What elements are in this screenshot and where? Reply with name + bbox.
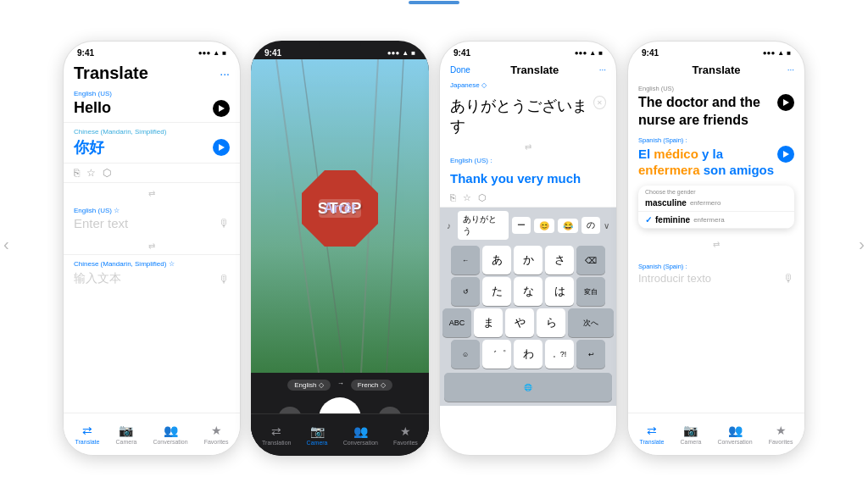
phone2-bottom-nav: ⇄ Translation 📷 Camera 👥 Conversation ★ … <box>251 413 429 456</box>
spanish-part1: El <box>638 147 654 161</box>
phone1-chinese-input[interactable]: 输入文本 🎙 <box>74 271 230 286</box>
nav-fav-label-4: Favorites <box>769 439 793 445</box>
wifi-icon: ▲ <box>213 49 220 57</box>
kb-return-key[interactable]: ↩ <box>576 340 605 369</box>
phone1-status-icons: ●●● ▲ ■ <box>198 49 226 57</box>
camera-background: STOP Arrêt <box>251 59 429 373</box>
nav-translate-label: Translate <box>75 439 100 445</box>
target-lang-pill[interactable]: French ◇ <box>351 380 392 391</box>
phone2-nav-translate[interactable]: ⇄ Translation <box>262 424 291 446</box>
kb-dakuten-key[interactable]: ゛゜ <box>482 340 511 369</box>
translate-icon-3: ⇄ <box>525 142 531 152</box>
kb-kanji-key[interactable]: 変自 <box>576 277 605 306</box>
phone4-nav-favorites[interactable]: ★ Favorites <box>769 424 793 445</box>
phone1-bottom-nav: ⇄ Translate 📷 Camera 👥 Conversation ★ Fa… <box>64 413 240 455</box>
japanese-text-content[interactable]: ありがとうございます <box>450 96 593 136</box>
phone4-source-lang: English (US) <box>628 80 804 94</box>
gender-masculine-option[interactable]: masculine enfermero <box>638 195 794 212</box>
phone1-hello-text: Hello <box>74 99 111 117</box>
kb-sa-key[interactable]: さ <box>545 246 574 274</box>
arret-overlay: Arrêt <box>302 170 378 247</box>
camera-nav-icon-4: 📷 <box>683 424 698 437</box>
phone2-nav-conversation[interactable]: 👥 Conversation <box>343 424 378 446</box>
kb-punct-key[interactable]: 。?! <box>545 340 574 369</box>
phone4-nav-camera[interactable]: 📷 Camera <box>680 424 701 445</box>
share-icon-3[interactable]: ⬡ <box>478 192 487 203</box>
mic-icon-4[interactable]: 🎙 <box>783 272 794 285</box>
kb-na-key[interactable]: な <box>514 277 542 306</box>
kb-next-key[interactable]: 次へ <box>568 308 614 337</box>
phone1-input-placeholder[interactable]: Enter text 🎙 <box>74 216 230 230</box>
kb-ma-key[interactable]: ま <box>474 308 503 337</box>
left-arrow[interactable]: ‹ <box>3 235 9 254</box>
notch <box>319 41 361 51</box>
wifi-icon-4: ▲ <box>777 49 784 57</box>
keyboard-grid: ← あ か さ ⌫ ↺ た な は 変自 ABC ま や ら <box>440 243 616 406</box>
phone1-play-button-blue[interactable] <box>213 139 230 156</box>
phone3-menu-icon[interactable]: ··· <box>599 65 606 75</box>
kb-delete-key[interactable]: ⌫ <box>576 246 605 274</box>
phone4-play-button[interactable] <box>777 94 794 111</box>
phone1-play-button[interactable] <box>213 100 230 117</box>
suggest-word-4[interactable]: 😂 <box>558 219 578 233</box>
suggest-word-2[interactable]: ー <box>512 217 531 234</box>
star-icon[interactable]: ☆ <box>86 167 96 179</box>
kb-ra-key[interactable]: ら <box>537 308 565 337</box>
copy-icon-3[interactable]: ⎘ <box>450 192 456 203</box>
camera-nav-icon-2: 📷 <box>310 424 325 438</box>
gender-feminine-option[interactable]: ✓ feminine enfermera <box>638 212 794 229</box>
phone1-input-section: English (US) ☆ Enter text 🎙 <box>64 202 240 236</box>
kb-back-key[interactable]: ← <box>451 246 480 274</box>
phone4-play-button-blue[interactable] <box>777 146 794 163</box>
chevron-down-icon[interactable]: ∨ <box>604 221 609 230</box>
suggest-word-3[interactable]: 😊 <box>534 219 554 233</box>
phone1-menu-icon[interactable]: ··· <box>220 67 230 80</box>
phones-row: 9:41 ●●● ▲ ■ Translate ··· English (US) … <box>63 41 805 456</box>
phone4-title: Translate <box>692 64 740 76</box>
right-arrow[interactable]: › <box>859 235 865 254</box>
phone4-nav-conversation[interactable]: 👥 Conversation <box>717 424 752 445</box>
translate-swap-icon[interactable]: ⇄ <box>148 189 155 198</box>
mic-icon-chinese[interactable]: 🎙 <box>219 273 230 286</box>
spanish-part3: son amigos <box>700 163 775 177</box>
phone1-target-section: Chinese (Mandarin, Simplified) 你好 <box>64 123 240 164</box>
phone1-nav-favorites[interactable]: ★ Favorites <box>204 424 229 445</box>
suggest-word-5[interactable]: の <box>581 217 600 234</box>
kb-abc-key[interactable]: ABC <box>442 308 471 337</box>
top-bar <box>0 0 868 5</box>
phone2-nav-favorites[interactable]: ★ Favorites <box>393 424 418 446</box>
kb-ha-key[interactable]: は <box>545 277 574 306</box>
phone3-target-lang: English (US) : <box>440 155 616 166</box>
battery-icon-2: ■ <box>411 49 415 57</box>
phone1-nav-camera[interactable]: 📷 Camera <box>115 424 136 445</box>
phone4-nav-translate[interactable]: ⇄ Translate <box>640 424 665 445</box>
favorites-nav-icon: ★ <box>211 424 222 437</box>
kb-a-key[interactable]: あ <box>482 246 511 274</box>
kb-emoji-key[interactable]: ☺ <box>451 340 480 369</box>
kb-ka-key[interactable]: か <box>514 246 542 274</box>
kb-ya-key[interactable]: や <box>505 308 534 337</box>
star-icon-3[interactable]: ☆ <box>463 192 471 203</box>
suggest-word-1[interactable]: ありがとう <box>458 211 509 240</box>
phone1-nav-conversation[interactable]: 👥 Conversation <box>153 424 187 445</box>
kb-globe-key[interactable]: 🌐 <box>444 373 612 402</box>
copy-icon[interactable]: ⎘ <box>74 167 80 179</box>
phone1-chinese-lang: Chinese (Mandarin, Simplified) ☆ <box>74 260 230 268</box>
kb-ta-key[interactable]: た <box>482 277 511 306</box>
phone1-nav-translate[interactable]: ⇄ Translate <box>75 424 100 445</box>
done-button[interactable]: Done <box>450 65 470 75</box>
kb-undo-key[interactable]: ↺ <box>451 277 480 306</box>
arret-text: Arrêt <box>319 199 361 218</box>
keyboard-suggestions: ♪ ありがとう ー 😊 😂 の ∨ <box>440 208 616 243</box>
phone4-input-placeholder[interactable]: Introducir texto 🎙 <box>638 272 794 285</box>
phone2-status-icons: ●●● ▲ ■ <box>387 49 415 57</box>
source-lang-pill[interactable]: English ◇ <box>287 380 330 391</box>
mic-icon-1[interactable]: 🎙 <box>219 217 230 230</box>
kb-wa-key[interactable]: わ <box>514 340 542 369</box>
phone1-source-lang: English (US) <box>74 90 230 97</box>
convo-icon-4: 👥 <box>728 424 743 437</box>
share-icon[interactable]: ⬡ <box>103 167 111 179</box>
phone4-menu-icon[interactable]: ··· <box>787 65 794 75</box>
phone2-nav-camera[interactable]: 📷 Camera <box>307 424 328 446</box>
clear-button[interactable]: ✕ <box>593 96 606 109</box>
